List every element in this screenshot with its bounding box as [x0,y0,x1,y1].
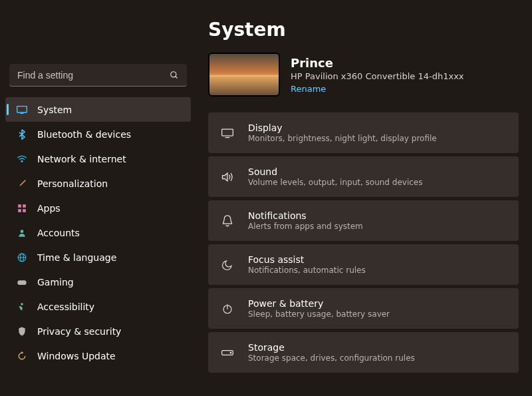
sidebar-item-label: Accounts [37,228,80,238]
sidebar-item-label: Windows Update [37,351,116,361]
search-input[interactable] [9,64,187,87]
list-subtitle: Sleep, battery usage, battery saver [248,309,390,319]
list-title: Power & battery [248,298,390,309]
user-icon [16,227,28,239]
sidebar: System Bluetooth & devices Network & int… [0,0,196,396]
sound-icon [220,170,235,184]
sidebar-item-label: Gaming [37,277,74,288]
list-subtitle: Notifications, automatic rules [248,266,366,275]
svg-rect-7 [18,209,21,212]
list-text: Notifications Alerts from apps and syste… [248,210,363,231]
power-icon [220,301,235,316]
list-subtitle: Monitors, brightness, night light, displ… [248,134,437,143]
sidebar-item-accessibility[interactable]: Accessibility [5,294,191,319]
sidebar-item-label: Personalization [37,178,108,189]
sidebar-item-label: Accessibility [37,301,94,312]
list-item-display[interactable]: Display Monitors, brightness, night ligh… [208,112,519,153]
svg-rect-15 [222,129,233,136]
display-icon [220,126,235,140]
device-card: Prince HP Pavilion x360 Convertible 14-d… [208,53,519,97]
list-title: Display [248,122,437,133]
svg-rect-8 [23,209,26,212]
svg-point-0 [171,72,176,77]
list-subtitle: Volume levels, output, input, sound devi… [248,178,422,187]
svg-rect-13 [17,280,26,285]
system-icon [16,104,28,116]
sidebar-item-label: Network & internet [37,154,126,164]
list-subtitle: Storage space, drives, configuration rul… [248,353,415,363]
device-thumbnail[interactable] [208,53,280,97]
globe-icon [16,252,28,264]
svg-rect-2 [17,106,27,112]
svg-rect-6 [23,204,26,208]
sidebar-item-label: Privacy & security [37,326,121,337]
list-title: Notifications [248,210,363,221]
main-panel: System Prince HP Pavilion x360 Convertib… [196,0,532,396]
sidebar-item-label: Bluetooth & devices [37,129,131,140]
list-title: Focus assist [248,254,366,265]
svg-point-20 [230,352,231,353]
sidebar-item-time[interactable]: Time & language [5,245,191,270]
update-icon [16,350,28,362]
sidebar-item-personalization[interactable]: Personalization [5,171,191,196]
sidebar-item-accounts[interactable]: Accounts [5,220,191,245]
list-text: Display Monitors, brightness, night ligh… [248,122,437,143]
device-name: Prince [291,56,464,70]
sidebar-item-privacy[interactable]: Privacy & security [5,319,191,343]
sidebar-item-gaming[interactable]: Gaming [5,270,191,294]
list-text: Focus assist Notifications, automatic ru… [248,254,366,275]
list-item-focus[interactable]: Focus assist Notifications, automatic ru… [208,244,519,285]
moon-icon [220,258,235,272]
sidebar-nav: System Bluetooth & devices Network & int… [0,97,196,368]
apps-icon [16,202,28,214]
list-item-sound[interactable]: Sound Volume levels, output, input, soun… [208,156,519,197]
list-text: Sound Volume levels, output, input, soun… [248,166,422,187]
svg-rect-5 [18,204,21,208]
svg-point-14 [21,303,23,305]
search-wrap [9,64,187,87]
wifi-icon [16,153,28,165]
sidebar-item-bluetooth[interactable]: Bluetooth & devices [5,122,191,146]
device-model: HP Pavilion x360 Convertible 14-dh1xxx [291,71,464,81]
shield-icon [16,325,28,337]
rename-link[interactable]: Rename [291,84,464,94]
list-title: Sound [248,166,422,177]
brush-icon [16,178,28,190]
bell-icon [220,214,235,228]
page-title: System [208,19,519,41]
settings-list: Display Monitors, brightness, night ligh… [208,112,519,373]
search-icon [170,71,179,80]
storage-icon [220,345,235,360]
list-text: Storage Storage space, drives, configura… [248,342,415,363]
svg-line-1 [176,77,178,79]
sidebar-item-label: Time & language [37,252,116,263]
sidebar-item-system[interactable]: System [5,97,191,122]
bluetooth-icon [16,128,28,140]
list-text: Power & battery Sleep, battery usage, ba… [248,298,390,319]
sidebar-item-label: System [37,104,72,115]
gamepad-icon [16,276,28,288]
list-subtitle: Alerts from apps and system [248,222,363,231]
sidebar-item-label: Apps [37,203,61,214]
device-info: Prince HP Pavilion x360 Convertible 14-d… [291,56,464,94]
list-item-power[interactable]: Power & battery Sleep, battery usage, ba… [208,288,519,329]
list-item-notifications[interactable]: Notifications Alerts from apps and syste… [208,200,519,241]
list-item-storage[interactable]: Storage Storage space, drives, configura… [208,332,519,373]
accessibility-icon [16,301,28,313]
svg-point-9 [21,230,24,233]
sidebar-item-apps[interactable]: Apps [5,196,191,220]
sidebar-item-network[interactable]: Network & internet [5,146,191,171]
svg-rect-3 [20,112,23,113]
list-title: Storage [248,342,415,353]
svg-point-4 [21,160,23,162]
sidebar-item-update[interactable]: Windows Update [5,343,191,368]
